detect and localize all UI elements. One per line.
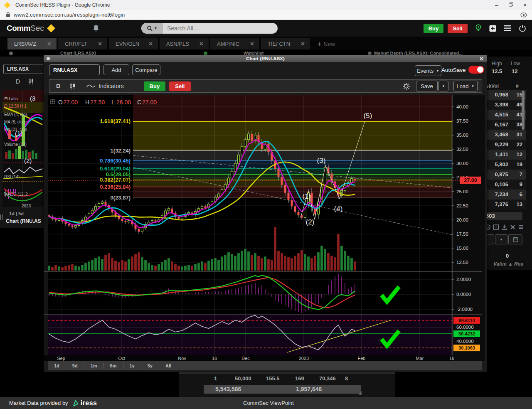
workspace-tab-ampnic[interactable]: AMP/NIC✕ (210, 38, 259, 49)
chart-window-titlebar[interactable]: Chart (RNU.ASX) ✕ (44, 55, 487, 62)
header-buy-button[interactable]: Buy (424, 24, 443, 33)
mini-symbol-input[interactable]: LRS.ASX (3, 64, 43, 74)
depth-row[interactable]: 0,96815 (484, 90, 526, 100)
filter-dropdown-button[interactable]: ▼ (495, 234, 507, 244)
list-menu-icon[interactable] (518, 224, 524, 230)
resize-handle-icon[interactable] (358, 391, 362, 395)
menu-hamburger-icon[interactable] (504, 25, 511, 31)
tab-close-icon[interactable]: ✕ (47, 41, 52, 47)
depth-row[interactable]: 5,80219 (484, 160, 526, 170)
depth-row[interactable]: 9,22922 (484, 140, 526, 150)
settings-gear-icon[interactable] (402, 82, 410, 90)
mini-range-buttons[interactable]: 1d | 5d (9, 211, 24, 216)
search-box[interactable]: ▼ (141, 23, 278, 34)
svg-text:60.0000: 60.0000 (456, 325, 474, 330)
workspace-tab-evngln[interactable]: EVN/GLN✕ (109, 38, 158, 49)
symbol-input[interactable] (49, 64, 100, 75)
svg-text:0.382(27.07): 0.382(27.07) (100, 177, 131, 183)
ask-volume: 3,398 (495, 101, 508, 108)
depth-row[interactable]: 1,41112 (484, 150, 526, 160)
columns-icon[interactable] (493, 224, 499, 230)
interval-button[interactable]: D (56, 83, 60, 89)
workspace-tab-lrsavz[interactable]: LRS/AVZ✕ (7, 38, 57, 49)
workspace-tab-tiectn[interactable]: TIE/ CTN✕ (261, 38, 310, 49)
docked-chart-tab[interactable]: Chart (RNU.AS (6, 218, 41, 224)
add-window-icon[interactable] (489, 25, 496, 32)
chart-sell-button[interactable]: Sell (169, 81, 191, 91)
depth-col-askvol[interactable]: skVol (486, 83, 499, 89)
depth-row[interactable]: 6,16738 (484, 120, 526, 130)
chart-style-candle-icon[interactable] (69, 83, 76, 90)
chart-buy-button[interactable]: Buy (144, 81, 165, 91)
chart-window-close-icon[interactable]: ✕ (479, 56, 484, 62)
indicators-button[interactable]: Indicators (99, 83, 124, 89)
svg-text:17.50: 17.50 (456, 232, 468, 237)
browser-urlbar[interactable]: www2.commsec.com.au/iressplugin-net6/log… (0, 10, 532, 20)
svg-text:Dec: Dec (241, 356, 250, 361)
depth-row[interactable]: 4,51541 (484, 110, 526, 120)
tab-label: EVN/GLN (116, 41, 139, 47)
header-sell-button[interactable]: Sell (448, 24, 468, 33)
commsec-logo: CommSec (7, 24, 54, 33)
power-logout-icon[interactable] (519, 25, 526, 32)
save-button[interactable]: Save (416, 81, 438, 91)
indicators-wave-icon[interactable] (86, 84, 96, 89)
logo-diamond-icon (47, 24, 55, 32)
calendar-button[interactable] (508, 234, 522, 244)
events-button[interactable]: Events▼ (415, 65, 441, 76)
range-button-all[interactable]: All (159, 363, 177, 369)
tab-close-icon[interactable]: ✕ (300, 41, 305, 47)
depth-value-header[interactable]: Value ▲ Rea (493, 261, 523, 267)
minimize-button[interactable]: – (490, 2, 504, 8)
notifications-bell-icon[interactable] (92, 24, 100, 32)
svg-text:(1): (1) (303, 192, 311, 200)
compare-button[interactable]: Compare (132, 64, 160, 75)
range-button-1y[interactable]: 1y (123, 363, 141, 369)
load-button[interactable]: Load▼ (453, 81, 478, 91)
tab-close-icon[interactable]: ✕ (199, 41, 204, 47)
depth-row[interactable]: 7,37613 (484, 200, 526, 209)
svg-text:1.618(37.41): 1.618(37.41) (100, 118, 131, 124)
tab-label: ASN/PLS (166, 41, 189, 47)
download-icon[interactable] (502, 224, 507, 230)
ideas-bulb-icon[interactable] (475, 24, 482, 32)
mini-legend-item: ⊟ Latin (4, 96, 18, 101)
mini-interval-label[interactable]: D (16, 78, 20, 85)
workspace-tab-asnpls[interactable]: ASN/PLS✕ (160, 38, 209, 49)
range-button-6m[interactable]: 6m (104, 363, 123, 369)
chart-canvas[interactable]: 1.618(37.41)1(32.24)0.786(30.45)0.618(29… (44, 95, 485, 361)
add-button[interactable]: Add (103, 64, 129, 75)
eye-icon[interactable] (520, 12, 527, 17)
depth-row[interactable]: 3,39849 (484, 100, 526, 110)
range-button-5y[interactable]: 5y (141, 363, 159, 369)
load-label: Load (457, 83, 469, 89)
depth-col-count[interactable]: # (516, 83, 519, 89)
new-tab-button[interactable]: +New (318, 38, 335, 49)
range-button-1m[interactable]: 1m (84, 363, 104, 369)
tab-close-icon[interactable]: ✕ (98, 41, 102, 47)
depth-scrollbar[interactable] (522, 91, 525, 130)
search-input[interactable] (163, 25, 267, 32)
close-x-icon[interactable] (510, 224, 515, 230)
depth-row[interactable]: 3,46831 (484, 130, 526, 140)
range-button-5d[interactable]: 5d (66, 363, 84, 369)
tab-close-icon[interactable]: ✕ (148, 41, 153, 47)
svg-text:27.00: 27.00 (142, 99, 157, 106)
url-text: www2.commsec.com.au/iressplugin-net6/log… (14, 12, 125, 18)
ask-volume: 7,376 (495, 201, 508, 207)
restore-button[interactable] (504, 2, 518, 8)
workspace-tab-crrflt[interactable]: CRR/FLT✕ (58, 38, 107, 49)
search-scope-dropdown[interactable]: ▼ (141, 23, 163, 34)
autosave-label: AutoSave (441, 67, 466, 73)
depth-row[interactable]: 0,1069 (484, 180, 526, 190)
splitter-grip-icon[interactable] (0, 214, 2, 220)
depth-row[interactable]: 0,8757 (484, 170, 526, 180)
chevron-down-icon: ▼ (154, 26, 158, 30)
range-button-1d[interactable]: 1d (48, 363, 66, 369)
mini-candle-icon[interactable] (28, 78, 34, 85)
tab-close-icon[interactable]: ✕ (250, 41, 254, 47)
close-button[interactable]: × (518, 2, 532, 8)
save-dropdown-button[interactable]: ▼ (438, 81, 448, 91)
depth-row[interactable]: 7,2346 (484, 190, 526, 200)
autosave-toggle[interactable] (468, 66, 484, 74)
